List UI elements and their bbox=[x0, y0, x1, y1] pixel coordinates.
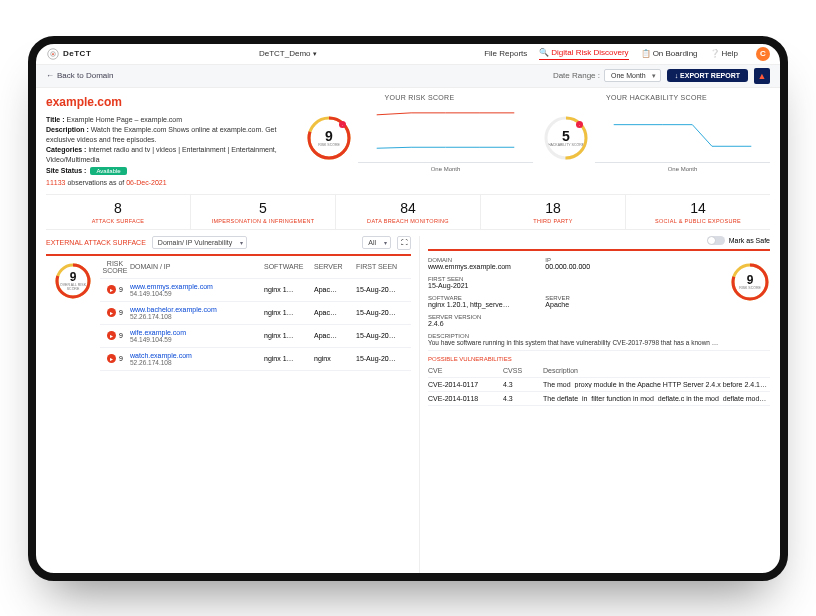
row-software: nginx 1… bbox=[264, 355, 314, 362]
table-row[interactable]: ▸9www.emmys.example.com54.149.104.59ngin… bbox=[100, 279, 411, 302]
risk-score-section: YOUR RISK SCORE 9 RISK SCORE · One Month bbox=[306, 94, 533, 188]
row-domain: www.emmys.example.com54.149.104.59 bbox=[130, 283, 264, 297]
table-row[interactable]: ▸9wife.example.com54.149.104.59nginx 1…A… bbox=[100, 325, 411, 348]
col-score: RISK SCORE bbox=[100, 260, 130, 274]
row-software: nginx 1… bbox=[264, 309, 314, 316]
stat-card[interactable]: 14SOCIAL & PUBLIC EXPOSURE bbox=[626, 195, 770, 229]
row-first-seen: 15-Aug-20… bbox=[356, 286, 411, 293]
stat-value: 8 bbox=[48, 200, 188, 216]
nav-help[interactable]: ❔Help bbox=[710, 49, 738, 58]
hackability-dial: 5 HACKABILITY SCORE · bbox=[543, 115, 589, 161]
domain-name: example.com bbox=[46, 94, 296, 111]
title-label: Title : bbox=[46, 116, 65, 123]
risk-chart-label: One Month bbox=[358, 166, 533, 172]
hack-diff-icon: · bbox=[576, 121, 583, 128]
filter-bar: EXTERNAL ATTACK SURFACE Domain/ IP Vulne… bbox=[46, 236, 411, 256]
date-range-label: Date Range : bbox=[553, 71, 600, 80]
cat-label: Categories : bbox=[46, 146, 86, 153]
nav-help-label: Help bbox=[722, 49, 738, 58]
risk-score-dial: 9 RISK SCORE · bbox=[306, 115, 352, 161]
vcol-cvss: CVSS bbox=[503, 367, 543, 374]
target-icon bbox=[46, 47, 60, 61]
observations-line: 11133 observations as of 06-Dec-2021 bbox=[46, 178, 296, 188]
overview-row: example.com Title : Example Home Page – … bbox=[46, 94, 770, 188]
detail-risk-dial: 9 RISK SCORE bbox=[730, 262, 770, 302]
obs-count: 11133 bbox=[46, 179, 65, 186]
chevron-down-icon: ▾ bbox=[313, 50, 317, 57]
stat-card[interactable]: 18THIRD PARTY bbox=[481, 195, 626, 229]
col-first-seen: FIRST SEEN bbox=[356, 263, 411, 270]
row-domain: watch.example.com52.26.174.108 bbox=[130, 352, 264, 366]
detail-row: EXTERNAL ATTACK SURFACE Domain/ IP Vulne… bbox=[46, 236, 770, 573]
row-server: Apac… bbox=[314, 286, 356, 293]
nav-digital-risk-discovery[interactable]: 🔍Digital Risk Discovery bbox=[539, 48, 628, 60]
row-ip: 52.26.174.108 bbox=[130, 313, 264, 320]
fullscreen-icon[interactable]: ⛶ bbox=[397, 236, 411, 250]
table-row[interactable]: ▸9www.bachelor.example.com52.26.174.108n… bbox=[100, 302, 411, 325]
table-row[interactable]: ▸9watch.example.com52.26.174.108nginx 1…… bbox=[100, 348, 411, 371]
row-ip: 52.26.174.108 bbox=[130, 359, 264, 366]
row-score: ▸9 bbox=[100, 285, 130, 294]
filter-scope-select[interactable]: All bbox=[362, 236, 391, 249]
mark-safe-label: Mark as Safe bbox=[729, 237, 770, 244]
back-label: Back to Domain bbox=[57, 71, 113, 80]
row-server: Apac… bbox=[314, 309, 356, 316]
row-ip: 54.149.104.59 bbox=[130, 290, 264, 297]
attack-surface-panel: EXTERNAL ATTACK SURFACE Domain/ IP Vulne… bbox=[46, 236, 411, 573]
vuln-cvss: 4.3 bbox=[503, 381, 543, 388]
stat-card[interactable]: 5IMPERSONATION & INFRINGEMENT bbox=[191, 195, 336, 229]
vuln-row[interactable]: CVE-2014-01184.3The deflate_in_filter fu… bbox=[428, 392, 770, 406]
subbar: ←Back to Domain Date Range : One Month ↓… bbox=[36, 65, 780, 88]
ver-val: 2.4.6 bbox=[428, 320, 535, 327]
title-value: Example Home Page – example.com bbox=[67, 116, 183, 123]
desc-label: Description : bbox=[46, 126, 89, 133]
obs-mid: observations as of bbox=[65, 179, 126, 186]
row-first-seen: 15-Aug-20… bbox=[356, 309, 411, 316]
table-rows: RISK SCORE DOMAIN / IP SOFTWARE SERVER F… bbox=[100, 256, 411, 573]
detail-panel-top: Mark as Safe bbox=[428, 236, 770, 251]
row-server: nginx bbox=[314, 355, 356, 362]
vuln-desc: The mod_proxy module in the Apache HTTP … bbox=[543, 381, 770, 388]
nav-file-reports[interactable]: File Reports bbox=[484, 49, 527, 58]
mark-safe-toggle[interactable] bbox=[707, 236, 725, 245]
alert-icon[interactable]: ▲ bbox=[754, 68, 770, 84]
date-range-select[interactable]: One Month bbox=[604, 69, 661, 82]
hackability-score-section: YOUR HACKABILITY SCORE 5 HACKABILITY SCO… bbox=[543, 94, 770, 188]
row-score: ▸9 bbox=[100, 308, 130, 317]
export-report-button[interactable]: ↓ EXPORT REPORT bbox=[667, 69, 748, 82]
stat-card[interactable]: 8ATTACK SURFACE bbox=[46, 195, 191, 229]
nav-on-boarding[interactable]: 📋On Boarding bbox=[641, 49, 698, 58]
vuln-row[interactable]: CVE-2014-01174.3The mod_proxy module in … bbox=[428, 378, 770, 392]
obs-date: 06-Dec-2021 bbox=[126, 179, 166, 186]
status-badge: Available bbox=[90, 167, 126, 175]
risk-diff-icon: · bbox=[339, 121, 346, 128]
srv-val: Apache bbox=[545, 301, 652, 308]
onboarding-icon: 📋 bbox=[641, 49, 651, 58]
vuln-table: CVE CVSS Description CVE-2014-01174.3The… bbox=[428, 364, 770, 406]
domain-ip-table: 9 OVER ALL RISK SCORE RISK SCORE DOMAIN … bbox=[46, 256, 411, 573]
possible-vuln-title: POSSIBLE VULNERABILITIES bbox=[428, 356, 770, 362]
row-software: nginx 1… bbox=[264, 286, 314, 293]
tenant-selector[interactable]: DeTCT_Demo▾ bbox=[91, 49, 484, 58]
vuln-cvss: 4.3 bbox=[503, 395, 543, 402]
stat-value: 18 bbox=[483, 200, 623, 216]
detail-description: DESCRIPTION You have software running in… bbox=[428, 333, 770, 351]
panel-title: EXTERNAL ATTACK SURFACE bbox=[46, 239, 146, 246]
stat-value: 14 bbox=[628, 200, 768, 216]
play-icon: ▸ bbox=[107, 308, 116, 317]
detail-panel: Mark as Safe DOMAINwww.emmys.example.com… bbox=[419, 236, 770, 573]
brand-text: DeTCT bbox=[63, 49, 91, 58]
stat-card[interactable]: 84DATA BREACH MONITORING bbox=[336, 195, 481, 229]
stat-value: 84 bbox=[338, 200, 478, 216]
overall-risk-dial: 9 OVER ALL RISK SCORE bbox=[54, 262, 92, 300]
filter-type-select[interactable]: Domain/ IP Vulnerability bbox=[152, 236, 247, 249]
stat-value: 5 bbox=[193, 200, 333, 216]
content: example.com Title : Example Home Page – … bbox=[36, 88, 780, 573]
row-server: Apac… bbox=[314, 332, 356, 339]
row-score: ▸9 bbox=[100, 354, 130, 363]
user-avatar[interactable]: C bbox=[756, 47, 770, 61]
hackability-chart bbox=[595, 105, 770, 163]
back-to-domain[interactable]: ←Back to Domain bbox=[46, 71, 113, 80]
row-domain: wife.example.com54.149.104.59 bbox=[130, 329, 264, 343]
topbar: DeTCT DeTCT_Demo▾ File Reports 🔍Digital … bbox=[36, 44, 780, 65]
